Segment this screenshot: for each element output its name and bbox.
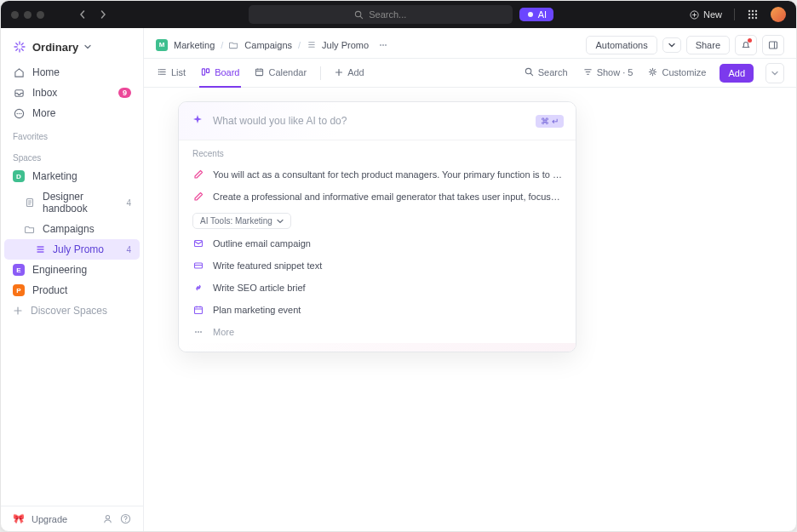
svg-rect-27 — [203, 69, 205, 75]
new-button[interactable]: New — [690, 9, 722, 20]
more-icon — [13, 107, 25, 119]
ai-tool-item[interactable]: Write featured snippet text — [179, 255, 576, 277]
pencil-icon — [192, 191, 204, 203]
window-controls — [11, 11, 44, 19]
svg-point-31 — [651, 71, 655, 74]
ai-tool-item[interactable]: Outline email campaign — [179, 232, 576, 255]
plus-icon — [335, 68, 343, 77]
svg-point-35 — [195, 331, 197, 333]
space-product[interactable]: P Product — [4, 280, 140, 300]
svg-point-24 — [158, 69, 159, 70]
link-icon — [192, 282, 204, 294]
bc-marketing[interactable]: Marketing — [174, 40, 215, 50]
tab-board[interactable]: Board — [199, 59, 241, 88]
viewbar-show[interactable]: Show · 5 — [582, 59, 635, 88]
add-view-button[interactable]: Add — [333, 59, 366, 88]
panel-icon — [768, 40, 778, 50]
ai-tool-item[interactable]: Plan marketing event — [179, 299, 576, 321]
svg-point-25 — [158, 72, 159, 72]
list-view-icon — [158, 67, 167, 77]
svg-point-18 — [106, 516, 109, 519]
apps-grid-icon[interactable] — [747, 9, 759, 20]
bc-badge: M — [156, 39, 168, 51]
svg-point-7 — [752, 14, 754, 15]
search-placeholder: Search... — [369, 9, 406, 20]
space-july-promo[interactable]: July Promo 4 — [4, 239, 140, 260]
sparkle-icon — [191, 114, 204, 128]
viewbar-customize[interactable]: Customize — [646, 59, 708, 88]
recents-label: Recents — [179, 140, 576, 163]
traffic-close[interactable] — [11, 11, 19, 19]
traffic-max[interactable] — [37, 11, 44, 19]
automations-dropdown[interactable] — [662, 37, 681, 53]
space-designer-handbook[interactable]: Designer handbook 4 — [4, 186, 140, 219]
svg-rect-29 — [256, 69, 263, 75]
tab-calendar[interactable]: Calendar — [253, 59, 308, 88]
more-icon[interactable] — [378, 40, 388, 50]
share-button[interactable]: Share — [686, 36, 730, 54]
space-engineering[interactable]: E Engineering — [4, 260, 140, 280]
svg-rect-28 — [207, 69, 209, 73]
more-icon — [192, 326, 204, 338]
global-search[interactable]: Search... — [249, 5, 513, 24]
svg-point-20 — [380, 44, 381, 46]
panel-button[interactable] — [762, 35, 784, 55]
svg-point-30 — [525, 68, 530, 73]
svg-point-9 — [748, 17, 750, 19]
discover-spaces[interactable]: Discover Spaces — [4, 300, 140, 321]
ai-recent-item[interactable]: You will act as a consultant for tech pr… — [179, 163, 576, 186]
ai-recent-item[interactable]: Create a professional and informative em… — [179, 186, 576, 208]
svg-point-0 — [356, 11, 361, 16]
breadcrumb: M Marketing / Campaigns / July Promo — [156, 39, 579, 51]
sparkle-icon — [526, 10, 535, 19]
ai-prompt-input[interactable]: What would you like AI to do? — [213, 115, 527, 127]
ai-tools-chip[interactable]: AI Tools: Marketing — [192, 213, 291, 229]
search-icon — [525, 67, 534, 77]
svg-point-22 — [385, 44, 387, 46]
tab-list[interactable]: List — [156, 59, 187, 88]
svg-point-4 — [752, 10, 754, 12]
nav-back[interactable] — [78, 10, 92, 19]
svg-point-16 — [20, 112, 21, 113]
sidebar-home[interactable]: Home — [1, 62, 143, 83]
ai-tool-item[interactable]: Write SEO article brief — [179, 277, 576, 299]
inbox-icon — [13, 87, 25, 99]
sidebar-more[interactable]: More — [1, 103, 143, 123]
ai-more[interactable]: More — [179, 321, 576, 343]
bc-july-promo[interactable]: July Promo — [322, 40, 369, 50]
inbox-badge: 9 — [118, 88, 131, 98]
viewbar-search[interactable]: Search — [523, 59, 570, 88]
favorites-label: Favorites — [1, 123, 143, 145]
sidebar: Ordinary Home Inbox 9 More Favorites Spa… — [1, 28, 144, 531]
svg-point-11 — [755, 17, 757, 19]
svg-rect-34 — [195, 307, 203, 314]
add-button[interactable]: Add — [720, 64, 754, 83]
space-marketing[interactable]: D Marketing — [4, 166, 140, 186]
list-icon — [35, 244, 45, 255]
automations-button[interactable]: Automations — [586, 36, 657, 54]
bc-campaigns[interactable]: Campaigns — [244, 40, 292, 50]
space-campaigns[interactable]: Campaigns — [4, 219, 140, 239]
notifications-button[interactable] — [735, 35, 757, 55]
avatar[interactable] — [771, 7, 786, 22]
person-icon[interactable] — [102, 513, 113, 524]
add-dropdown[interactable] — [765, 63, 784, 83]
svg-point-6 — [748, 14, 750, 15]
help-icon[interactable] — [120, 513, 131, 524]
space-badge: E — [13, 264, 25, 276]
upgrade-link[interactable]: Upgrade — [32, 514, 67, 524]
workspace-switcher[interactable]: Ordinary — [1, 35, 143, 62]
chevron-down-icon — [84, 43, 91, 50]
sidebar-inbox[interactable]: Inbox 9 — [1, 83, 143, 103]
mail-icon — [192, 237, 204, 249]
traffic-min[interactable] — [24, 11, 32, 19]
home-icon — [13, 66, 25, 78]
spaces-label: Spaces — [1, 145, 143, 166]
ai-button[interactable]: AI — [519, 8, 553, 21]
chevron-down-icon — [771, 70, 778, 77]
search-icon — [354, 10, 364, 20]
space-badge: D — [13, 170, 25, 182]
chevron-down-icon — [668, 42, 675, 49]
folder-icon — [25, 224, 35, 234]
nav-forward[interactable] — [99, 10, 112, 19]
